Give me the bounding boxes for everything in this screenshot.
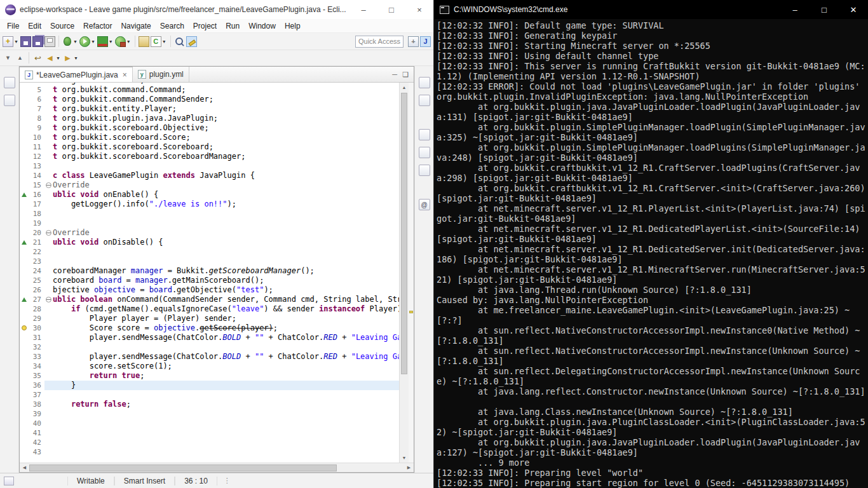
code-line-43[interactable]: 43 [20, 447, 399, 457]
cmd-maximize-button[interactable]: □ [810, 0, 839, 19]
previous-annotation-icon[interactable] [15, 53, 25, 64]
editor-maximize-icon[interactable]: ❏ [402, 71, 409, 79]
code-line-10[interactable]: 10t org.bukkit.scoreboard.Score; [20, 133, 399, 142]
code-line-19[interactable]: 19 [20, 219, 399, 228]
code-editor[interactable]: 4t org.bukkit.Bukkit;5t org.bukkit.comma… [20, 83, 414, 463]
open-perspective-icon[interactable] [408, 36, 419, 47]
code-text[interactable] [53, 447, 399, 457]
debug-dropdown-icon[interactable]: ▼ [73, 39, 78, 44]
code-line-18[interactable]: 18 [20, 209, 399, 219]
menu-window[interactable]: Window [244, 20, 280, 32]
save-icon[interactable] [20, 36, 31, 47]
code-line-20[interactable]: 20Override [20, 228, 399, 238]
task-list-view-icon[interactable] [419, 77, 430, 88]
code-line-17[interactable]: 17 getLogger().info("./leave is on!!"); [20, 200, 399, 209]
vertical-scroll-thumb[interactable] [401, 93, 407, 374]
code-line-8[interactable]: 8t org.bukkit.plugin.java.JavaPlugin; [20, 114, 399, 123]
fold-collapse-icon[interactable] [46, 182, 51, 188]
eclipse-close-button[interactable]: × [405, 0, 433, 19]
new-wizard-icon[interactable] [3, 36, 13, 47]
code-text[interactable] [53, 342, 399, 352]
eclipse-minimize-button[interactable]: – [349, 0, 377, 19]
mark-occurrences-icon[interactable] [186, 36, 197, 47]
coverage-dropdown-icon[interactable]: ▼ [109, 39, 113, 44]
cmd-console[interactable]: [12:02:32 INFO]: Default game type: SURV… [434, 19, 868, 488]
code-line-33[interactable]: 33 player.sendMessage(ChatColor.BOLD + "… [20, 352, 399, 362]
declaration-view-icon[interactable] [419, 165, 430, 176]
code-line-25[interactable]: 25coreboard board = manager.getMainScore… [20, 276, 399, 285]
code-text[interactable]: t org.bukkit.plugin.java.JavaPlugin; [53, 114, 399, 123]
code-line-7[interactable]: 7t org.bukkit.entity.Player; [20, 104, 399, 114]
code-line-28[interactable]: 28 if (cmd.getName().equalsIgnoreCase("l… [20, 304, 399, 314]
run-dropdown-icon[interactable]: ▼ [91, 39, 95, 44]
code-line-38[interactable]: 38 return false; [20, 400, 399, 409]
code-line-31[interactable]: 31 player.sendMessage(ChatColor.BOLD + "… [20, 333, 399, 342]
fold-collapse-icon[interactable] [46, 297, 51, 302]
editor-vertical-scrollbar[interactable]: ▲ ▼ [399, 83, 409, 463]
mentions-view-icon[interactable]: @ [419, 199, 430, 210]
code-text[interactable]: if (cmd.getName().equalsIgnoreCase("leav… [53, 304, 399, 314]
code-line-40[interactable]: 40 [20, 419, 399, 428]
code-text[interactable]: player.sendMessage(ChatColor.BOLD + "" +… [53, 333, 399, 342]
search-icon[interactable] [174, 36, 185, 47]
code-line-27[interactable]: 27ublic boolean onCommand(CommandSender … [20, 295, 399, 304]
editor-horizontal-scrollbar[interactable]: ◀ ▶ [20, 463, 414, 472]
code-text[interactable]: t org.bukkit.command.Command; [53, 85, 399, 95]
code-viewport[interactable]: 4t org.bukkit.Bukkit;5t org.bukkit.comma… [20, 83, 399, 463]
menu-edit[interactable]: Edit [24, 20, 46, 32]
code-line-29[interactable]: 29 Player player = (Player) sender; [20, 314, 399, 323]
warning-bulb-icon[interactable] [22, 325, 27, 330]
warning-tick-icon[interactable] [409, 311, 413, 313]
code-text[interactable]: bjective objective = board.getObjective(… [53, 285, 399, 295]
code-text[interactable]: t org.bukkit.scoreboard.ScoreboardManage… [53, 152, 399, 161]
code-text[interactable]: Override [53, 180, 399, 190]
code-line-12[interactable]: 12t org.bukkit.scoreboard.ScoreboardMana… [20, 152, 399, 161]
code-line-34[interactable]: 34 score.setScore(1); [20, 362, 399, 371]
tab-leavegameplugin-java[interactable]: J *LeaveGamePlugin.java × [20, 67, 133, 82]
save-all-icon[interactable] [32, 36, 43, 47]
code-line-11[interactable]: 11t org.bukkit.scoreboard.Scoreboard; [20, 142, 399, 152]
cmd-close-button[interactable]: ✕ [839, 0, 868, 19]
menu-source[interactable]: Source [46, 20, 79, 32]
javadoc-view-icon[interactable] [419, 147, 430, 158]
code-text[interactable] [53, 428, 399, 438]
new-java-class-icon[interactable] [151, 36, 161, 47]
code-text[interactable]: t org.bukkit.entity.Player; [53, 104, 399, 114]
next-annotation-icon[interactable] [3, 53, 13, 64]
code-line-13[interactable]: 13 [20, 161, 399, 171]
code-text[interactable]: t org.bukkit.scoreboard.Scoreboard; [53, 142, 399, 152]
code-text[interactable] [53, 257, 399, 266]
code-text[interactable]: player.sendMessage(ChatColor.BOLD + "" +… [53, 352, 399, 362]
restore-view-icon[interactable] [4, 95, 15, 106]
code-text[interactable] [53, 209, 399, 219]
code-line-14[interactable]: 14c class LeaveGamePlugin extends JavaPl… [20, 171, 399, 180]
code-line-39[interactable]: 39 [20, 409, 399, 419]
code-text[interactable]: return false; [53, 400, 399, 409]
code-text[interactable] [53, 219, 399, 228]
code-line-41[interactable]: 41 [20, 428, 399, 438]
code-line-16[interactable]: 16ublic void onEnable() { [20, 190, 399, 200]
code-text[interactable]: } [53, 381, 399, 390]
code-text[interactable]: ublic void onEnable() { [53, 190, 399, 200]
code-line-9[interactable]: 9t org.bukkit.scoreboard.Objective; [20, 123, 399, 133]
print-icon[interactable] [44, 36, 55, 47]
code-text[interactable]: t org.bukkit.command.CommandSender; [53, 95, 399, 104]
scroll-up-icon[interactable]: ▲ [400, 83, 409, 92]
code-line-37[interactable]: 37 [20, 390, 399, 400]
code-line-36[interactable]: 36 } [20, 381, 399, 390]
back-icon[interactable] [44, 53, 55, 64]
menu-project[interactable]: Project [189, 20, 221, 32]
restore-package-explorer-icon[interactable] [4, 77, 15, 88]
last-edit-location-icon[interactable] [32, 53, 43, 64]
menu-run[interactable]: Run [221, 20, 244, 32]
code-text[interactable]: getLogger().info("./leave is on!!"); [53, 200, 399, 209]
code-line-30[interactable]: 30 Score score = objective.getScore(play… [20, 323, 399, 333]
code-line-22[interactable]: 22 [20, 247, 399, 257]
code-text[interactable] [53, 390, 399, 400]
code-line-5[interactable]: 5t org.bukkit.command.Command; [20, 85, 399, 95]
tab-close-icon[interactable]: × [123, 71, 127, 79]
code-line-35[interactable]: 35 return true; [20, 371, 399, 381]
fold-collapse-icon[interactable] [46, 230, 51, 236]
code-text[interactable]: return true; [53, 371, 399, 381]
new-dropdown-icon[interactable]: ▼ [14, 39, 18, 44]
